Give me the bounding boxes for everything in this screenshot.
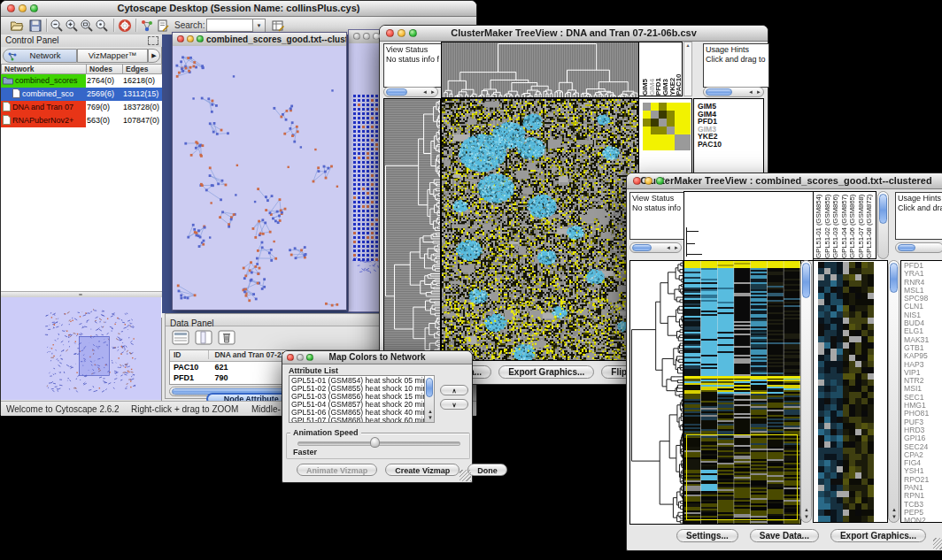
column-label[interactable]: GPL51-04 (GSM857)	[840, 194, 849, 258]
scroll-up-icon[interactable]: ▲	[804, 507, 809, 513]
zoom-window-button[interactable]	[409, 29, 417, 37]
scroll-left-icon[interactable]: ◄	[666, 245, 671, 251]
correlation-cell[interactable]	[651, 111, 659, 119]
correlation-cell[interactable]	[651, 134, 659, 142]
column-dendrogram[interactable]	[441, 42, 639, 98]
correlation-cell[interactable]	[683, 111, 691, 119]
save-icon[interactable]	[28, 19, 42, 33]
minimize-button[interactable]	[187, 35, 194, 42]
zoom-vscrollbar[interactable]: ▲ ▼	[888, 260, 900, 523]
column-dendrogram[interactable]	[683, 191, 814, 261]
dialog-titlebar[interactable]: Map Colors to Network	[282, 351, 472, 364]
zoom-in-icon[interactable]	[65, 19, 79, 33]
open-icon[interactable]	[10, 19, 24, 33]
search-input[interactable]	[206, 19, 254, 32]
scroll-up-icon[interactable]: ▲	[428, 409, 433, 415]
network-canvas[interactable]	[173, 46, 346, 310]
minimize-button[interactable]	[19, 4, 27, 12]
usage-hints-hscrollbar[interactable]	[895, 242, 942, 253]
global-heatmap[interactable]	[683, 260, 801, 525]
correlation-heatmap[interactable]	[643, 103, 691, 150]
scroll-down-icon[interactable]: ▼	[804, 514, 809, 520]
scroll-right-icon[interactable]: ►	[430, 89, 436, 96]
column-header-nodes[interactable]: Nodes	[86, 64, 123, 74]
correlation-cell[interactable]	[659, 119, 667, 127]
dialog-button[interactable]: Done	[467, 464, 507, 476]
close-button[interactable]	[177, 35, 184, 42]
dialog-button[interactable]: Animate Vizmap	[297, 464, 377, 476]
tab-overflow-button[interactable]: ▶	[148, 49, 160, 63]
minimize-button[interactable]	[297, 354, 304, 361]
gene-label[interactable]: MON2	[904, 517, 942, 523]
correlation-cell[interactable]	[675, 142, 683, 150]
treeview-button[interactable]: Settings...	[676, 529, 738, 542]
minimize-button[interactable]	[363, 33, 370, 40]
column-header-edges[interactable]: Edges	[122, 64, 162, 74]
close-button[interactable]	[353, 33, 360, 40]
float-panel-icon[interactable]	[148, 36, 158, 45]
zoom-window-button[interactable]	[373, 33, 380, 40]
column-label[interactable]: GIM5	[641, 44, 648, 96]
correlation-cell[interactable]	[675, 134, 683, 142]
id-column-header[interactable]: ID	[170, 350, 209, 359]
delete-attribute-icon[interactable]	[218, 330, 236, 345]
correlation-cell[interactable]	[667, 127, 675, 134]
move-down-button[interactable]: ∨	[440, 399, 468, 410]
attribute-editor-icon[interactable]	[271, 19, 285, 33]
close-button[interactable]	[633, 177, 641, 185]
treeview-combined-window[interactable]: ClusterMaker TreeView : combined_scores_…	[626, 173, 942, 551]
close-button[interactable]	[386, 29, 394, 37]
network-row[interactable]: DNA and Tran 07 769(0) 183728(0)	[1, 101, 162, 114]
treeview-button[interactable]: Export Graphics...	[830, 529, 926, 542]
network-view-window-1[interactable]: combined_scores_good.txt--cluste...	[172, 32, 347, 311]
correlation-cell[interactable]	[659, 111, 667, 119]
scroll-down-icon[interactable]: ▼	[892, 514, 897, 520]
birdseye-view[interactable]	[1, 297, 161, 400]
select-attributes-icon[interactable]	[172, 330, 189, 345]
zoom-heatmap[interactable]	[818, 262, 874, 522]
scroll-left-icon[interactable]: ◄	[748, 89, 753, 96]
column-label[interactable]: GPL51-08 (GSM872)	[865, 194, 874, 258]
column-label[interactable]: GPL51-07 (GSM868)	[857, 194, 866, 258]
correlation-cell[interactable]	[667, 134, 675, 142]
treeview-combined-titlebar[interactable]: ClusterMaker TreeView : combined_scores_…	[627, 173, 942, 189]
correlation-cell[interactable]	[659, 127, 667, 134]
minimize-button[interactable]	[398, 29, 405, 37]
close-button[interactable]	[287, 354, 294, 361]
zoom-window-button[interactable]	[306, 354, 313, 361]
correlation-cell[interactable]	[643, 127, 651, 134]
minimize-button[interactable]	[645, 177, 652, 185]
correlation-cell[interactable]	[651, 103, 659, 111]
column-label[interactable]: PAC10	[675, 44, 682, 96]
network-row[interactable]: combined_scores 2764(0) 16218(0)	[1, 74, 162, 88]
resize-grip[interactable]	[933, 538, 942, 549]
treeview-button[interactable]: Export Graphics...	[498, 365, 594, 379]
help-icon[interactable]	[118, 19, 132, 33]
column-label[interactable]: GPL51-01 (GSM854)	[815, 194, 823, 258]
scroll-right-icon[interactable]: ►	[756, 89, 761, 96]
correlation-cell[interactable]	[683, 142, 691, 150]
correlation-cell[interactable]	[667, 111, 675, 119]
correlation-cell[interactable]	[675, 127, 683, 134]
correlation-cell[interactable]	[643, 103, 651, 111]
resize-grip[interactable]	[459, 470, 471, 481]
scroll-down-icon[interactable]: ▼	[428, 415, 433, 421]
animation-speed-slider-thumb[interactable]	[370, 437, 380, 448]
row-label[interactable]: PAC10	[698, 141, 763, 149]
attribute-list-item[interactable]: GPL51-07 (GSM868) heat shock 60 min	[291, 417, 434, 423]
heatmap-vscrollbar[interactable]: ▲ ▼	[800, 260, 812, 523]
scroll-right-icon[interactable]: ►	[674, 245, 679, 251]
column-header-network[interactable]: Network	[1, 64, 87, 74]
attribute-list-vscrollbar[interactable]: ▲ ▼	[424, 375, 435, 423]
correlation-cell[interactable]	[643, 142, 651, 150]
treeview-dna-titlebar[interactable]: ClusterMaker TreeView : DNA and Tran 07-…	[380, 26, 768, 42]
correlation-cell[interactable]	[659, 134, 667, 142]
network-row-selected[interactable]: combined_sco 2569(6) 13112(15)	[1, 88, 162, 101]
column-label[interactable]: GIM3	[661, 44, 668, 96]
annotation-icon[interactable]	[156, 19, 170, 33]
zoom-out-icon[interactable]	[50, 19, 64, 33]
correlation-cell[interactable]	[667, 119, 675, 127]
dialog-button[interactable]: Create Vizmap	[385, 464, 459, 476]
zoom-window-button[interactable]	[30, 4, 38, 12]
new-attribute-icon[interactable]	[195, 330, 212, 345]
